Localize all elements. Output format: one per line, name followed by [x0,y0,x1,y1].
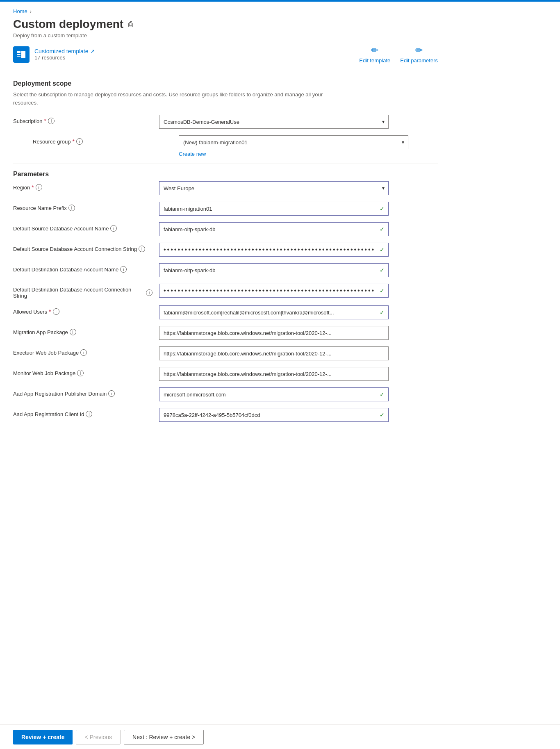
template-info: Customized template ↗ 17 resources [13,46,95,63]
breadcrumb-home[interactable]: Home [13,8,27,14]
svg-rect-1 [17,54,20,55]
template-resources: 17 resources [34,55,95,61]
param-label-5: Default Destination Database Account Con… [13,284,153,299]
param-input-9[interactable] [159,367,389,381]
param-label-text-5: Default Destination Database Account Con… [13,287,144,299]
param-control-6: ✓ [159,305,389,319]
resource-group-select[interactable]: (New) fabianm-migration01 [179,135,408,149]
edit-parameters-button[interactable]: ✏ Edit parameters [400,45,438,64]
param-input-8[interactable] [159,346,389,360]
param-label-text-1: Resource Name Prefix [13,205,67,211]
param-row-3: Default Source Database Account Connecti… [13,243,438,257]
review-create-button[interactable]: Review + create [13,730,73,744]
deployment-scope-section: Deployment scope Select the subscription… [13,80,438,157]
param-input-7[interactable] [159,326,389,340]
action-buttons: ✏ Edit template ✏ Edit parameters [359,45,438,64]
param-label-9: Monitor Web Job Packagei [13,367,153,376]
param-info-icon-3[interactable]: i [139,246,145,252]
param-control-0: West Europe▾ [159,181,389,195]
param-label-0: Region *i [13,181,153,191]
edit-template-label: Edit template [359,57,390,64]
param-label-10: Aad App Registration Publisher Domaini [13,387,153,397]
param-row-10: Aad App Registration Publisher Domaini✓ [13,387,438,401]
param-label-text-0: Region [13,184,30,191]
param-input-11[interactable] [159,408,389,422]
param-row-2: Default Source Database Account Namei✓ [13,222,438,236]
param-label-text-2: Default Source Database Account Name [13,225,109,232]
previous-button[interactable]: < Previous [76,730,121,744]
param-control-2: ✓ [159,222,389,236]
template-link[interactable]: Customized template ↗ [34,48,95,55]
param-control-9 [159,367,389,381]
svg-rect-2 [17,56,20,57]
param-input-5[interactable] [159,284,389,298]
subscription-info-icon[interactable]: i [48,118,55,124]
param-input-6[interactable] [159,305,389,319]
page-title: Custom deployment [13,18,123,31]
param-info-icon-2[interactable]: i [110,225,117,232]
param-input-3[interactable] [159,243,389,257]
create-new-link[interactable]: Create new [179,151,408,157]
param-label-text-6: Allowed Users [13,309,47,315]
page-header: Custom deployment ⎙ [13,18,438,31]
param-info-icon-7[interactable]: i [70,329,76,335]
param-control-7 [159,326,389,340]
param-label-text-4: Default Destination Database Account Nam… [13,266,118,273]
param-info-icon-1[interactable]: i [68,205,75,211]
edit-template-button[interactable]: ✏ Edit template [359,45,390,64]
param-info-icon-5[interactable]: i [146,289,153,296]
subscription-required: * [44,118,46,124]
param-label-11: Aad App Registration Client Idi [13,408,153,417]
param-info-icon-10[interactable]: i [108,390,115,397]
subscription-row: Subscription * i CosmosDB-Demos-GeneralU… [13,115,438,129]
param-required-0: * [32,184,34,191]
param-label-1: Resource Name Prefixi [13,202,153,211]
param-control-5: ✓ [159,284,389,298]
param-info-icon-8[interactable]: i [80,349,87,356]
param-label-8: Exectuor Web Job Packagei [13,346,153,356]
param-label-3: Default Source Database Account Connecti… [13,243,153,252]
param-info-icon-4[interactable]: i [120,266,127,273]
subscription-select[interactable]: CosmosDB-Demos-GeneralUse [159,115,389,129]
deployment-scope-desc: Select the subscription to manage deploy… [13,91,333,107]
resource-group-row: Resource group * i (New) fabianm-migrati… [13,135,438,157]
param-label-2: Default Source Database Account Namei [13,222,153,232]
param-info-icon-0[interactable]: i [36,184,42,191]
breadcrumb: Home › [13,8,438,14]
param-control-3: ✓ [159,243,389,257]
param-label-text-10: Aad App Registration Publisher Domain [13,391,107,397]
edit-parameters-label: Edit parameters [400,57,438,64]
print-icon[interactable]: ⎙ [128,20,133,29]
param-row-6: Allowed Users *i✓ [13,305,438,319]
param-label-text-9: Monitor Web Job Package [13,370,75,376]
param-input-4[interactable] [159,263,389,277]
param-row-8: Exectuor Web Job Packagei [13,346,438,360]
bottom-bar: Review + create < Previous Next : Review… [0,724,560,749]
param-row-7: Migration App Packagei [13,326,438,340]
edit-parameters-icon: ✏ [415,45,423,56]
param-control-11: ✓ [159,408,389,422]
param-info-icon-6[interactable]: i [53,308,59,315]
subscription-label: Subscription * i [13,115,153,124]
template-icon [13,46,30,63]
param-select-0[interactable]: West Europe [159,181,389,195]
param-input-2[interactable] [159,222,389,236]
resource-group-info-icon[interactable]: i [76,138,83,145]
param-required-6: * [49,308,51,315]
subscription-control: CosmosDB-Demos-GeneralUse ▾ [159,115,389,129]
template-bar: Customized template ↗ 17 resources ✏ Edi… [13,45,438,70]
param-input-1[interactable] [159,202,389,216]
page-subtitle: Deploy from a custom template [13,32,438,39]
edit-template-icon: ✏ [371,45,378,56]
param-control-10: ✓ [159,387,389,401]
next-button[interactable]: Next : Review + create > [124,730,204,744]
param-label-text-8: Exectuor Web Job Package [13,350,79,356]
param-info-icon-11[interactable]: i [86,411,92,417]
param-info-icon-9[interactable]: i [77,370,84,376]
resource-group-label: Resource group * i [33,135,172,145]
param-label-7: Migration App Packagei [13,326,153,335]
breadcrumb-separator: › [30,9,32,14]
param-label-6: Allowed Users *i [13,305,153,315]
param-input-10[interactable] [159,387,389,401]
param-row-1: Resource Name Prefixi✓ [13,202,438,216]
